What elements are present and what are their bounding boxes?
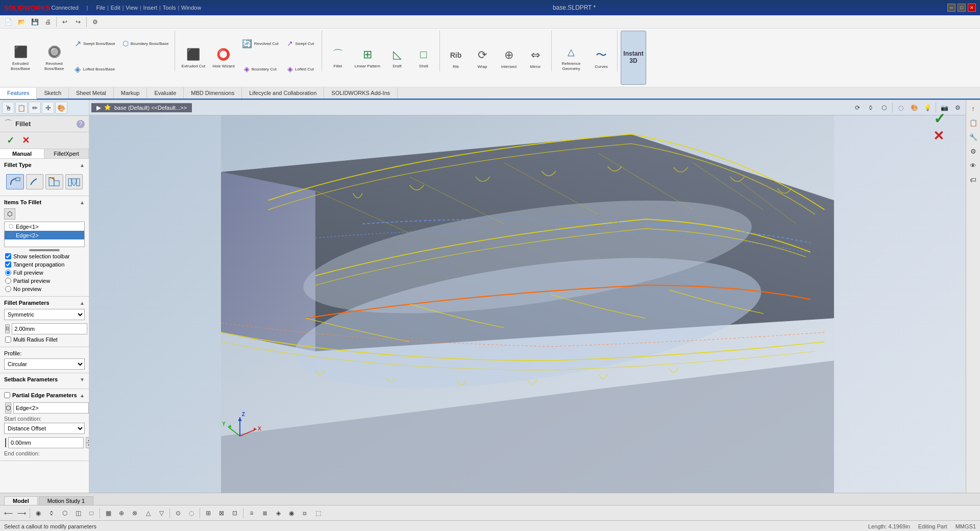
ri-display-icon[interactable]: 👁 <box>967 159 979 172</box>
view-appear-btn[interactable]: 🎨 <box>908 102 920 114</box>
view-hide-btn[interactable]: ◌ <box>895 102 907 114</box>
tab-evaluate[interactable]: Evaluate <box>147 87 184 99</box>
curves-btn[interactable]: 〜 Curves <box>589 31 614 85</box>
menu-window[interactable]: Window <box>181 5 201 11</box>
pm-icon-feature[interactable]: 📋 <box>15 102 28 114</box>
ri-config-icon[interactable]: ⚙ <box>967 145 979 157</box>
print-btn[interactable]: 🖨 <box>42 16 54 28</box>
ri-featureman-icon[interactable]: 📋 <box>967 116 979 129</box>
tab-mbd[interactable]: MBD Dimensions <box>184 87 242 99</box>
tab-sheet-metal[interactable]: Sheet Metal <box>69 87 114 99</box>
bt-sect3[interactable]: ⊡ <box>229 507 241 519</box>
ri-tag-icon[interactable]: 🏷 <box>967 174 979 186</box>
boundary-cut-btn[interactable]: ◈ Boundary Cut <box>239 56 282 82</box>
extruded-cut-btn[interactable]: ⬛ Extruded Cut <box>178 31 208 85</box>
fillet-type-constant[interactable] <box>6 174 24 189</box>
shell-btn[interactable]: □ Shell <box>411 31 436 85</box>
color-swatch[interactable] <box>5 438 6 447</box>
menu-view[interactable]: View <box>126 5 138 11</box>
tab-lifecycle[interactable]: Lifecycle and Collaboration <box>242 87 324 99</box>
hole-wizard-btn[interactable]: ⭕ Hole Wizard <box>209 31 238 85</box>
bt-view3[interactable]: ⬡ <box>59 507 71 519</box>
lofted-cut-btn[interactable]: ◈ Lofted Cut <box>283 56 318 82</box>
bt-misc3[interactable]: ◈ <box>272 507 284 519</box>
tab-sketch[interactable]: Sketch <box>37 87 69 99</box>
fillet-type-variable[interactable] <box>26 174 44 189</box>
menu-insert[interactable]: Insert <box>143 5 158 11</box>
fillet-type-face[interactable] <box>45 174 63 189</box>
options-btn[interactable]: ⚙ <box>89 16 101 28</box>
fillet-type-dropdown[interactable]: Symmetric Asymmetric <box>4 309 85 320</box>
bt-shade[interactable]: ⊕ <box>115 507 128 519</box>
bt-view2[interactable]: ⧲ <box>45 507 58 519</box>
undo-btn[interactable]: ↩ <box>59 16 71 28</box>
open-btn[interactable]: 📂 <box>15 16 28 28</box>
swept-cut-btn[interactable]: ↗ Swept Cut <box>283 31 318 56</box>
offset-up[interactable]: ▲ <box>86 437 89 443</box>
menu-edit[interactable]: Edit <box>111 5 120 11</box>
viewport-cancel[interactable]: ✕ <box>933 128 944 144</box>
view-orient-btn[interactable]: ⟳ <box>851 102 864 114</box>
ri-propman-icon[interactable]: 🔧 <box>967 131 979 143</box>
ri-arrow-icon[interactable]: ↑ <box>967 102 979 114</box>
fillet-type-full-round[interactable] <box>65 174 83 189</box>
ok-button[interactable]: ✓ <box>4 134 16 147</box>
viewport-accept[interactable]: ✓ <box>934 110 945 127</box>
pm-icon-cursor[interactable]: 🖱 <box>2 102 14 114</box>
save-btn[interactable]: 💾 <box>29 16 41 28</box>
partial-preview-radio[interactable] <box>5 278 11 284</box>
view-display-btn[interactable]: ⬡ <box>878 102 890 114</box>
pm-icon-sketch[interactable]: ✏ <box>29 102 41 114</box>
full-preview-radio[interactable] <box>5 270 11 276</box>
revolved-boss-base-btn[interactable]: 🔘 Revolved Boss/Base <box>38 31 70 85</box>
new-btn[interactable]: 📄 <box>2 16 14 28</box>
swept-boss-base-btn[interactable]: ↗ Swept Boss/Base <box>71 31 118 56</box>
viewport[interactable]: ▶ ⭐ base (Default) <<Default...>> ⟳ ⧲ ⬡ … <box>89 100 966 493</box>
help-icon[interactable]: ? <box>77 120 85 128</box>
no-preview-radio[interactable] <box>5 286 11 292</box>
bt-misc4[interactable]: ◉ <box>285 507 298 519</box>
tab-filletxpert[interactable]: FilletXpert <box>44 149 89 158</box>
wrap-btn[interactable]: ⟳ Wrap <box>470 31 495 85</box>
bt-misc6[interactable]: ⬚ <box>312 507 324 519</box>
bt-wire[interactable]: ▦ <box>102 507 114 519</box>
items-to-fillet-header[interactable]: Items To Fillet ▲ <box>4 199 85 205</box>
edge2-item[interactable]: ⬡ Edge<2> <box>5 231 84 239</box>
tangent-propagation-checkbox[interactable] <box>5 261 11 268</box>
bt-misc5[interactable]: ⧈ <box>299 507 311 519</box>
bt-shade3[interactable]: △ <box>142 507 154 519</box>
win-minimize[interactable]: ─ <box>947 4 955 12</box>
bt-sect1[interactable]: ⊞ <box>202 507 214 519</box>
partial-edge-header[interactable]: Partial Edge Parameters ▲ <box>4 392 85 398</box>
bt-sect2[interactable]: ⊠ <box>215 507 228 519</box>
tab-features[interactable]: Features <box>0 88 37 99</box>
edge-select-btn[interactable]: ⬡ <box>4 208 15 220</box>
offset-down[interactable]: ▼ <box>86 443 89 448</box>
view-scene-btn[interactable]: 💡 <box>921 102 934 114</box>
bt-misc1[interactable]: ≡ <box>246 507 258 519</box>
linear-pattern-btn[interactable]: ⊞ Linear Pattern <box>352 31 383 85</box>
bt-misc2[interactable]: ≣ <box>259 507 271 519</box>
bt-view4[interactable]: ◫ <box>72 507 84 519</box>
partial-edge-checkbox[interactable] <box>4 392 10 398</box>
bt-shade4[interactable]: ▽ <box>155 507 167 519</box>
mirror-btn[interactable]: ⇔ Mirror <box>523 31 548 85</box>
rib-btn[interactable]: Rib Rib <box>443 31 469 85</box>
profile-dropdown[interactable]: Circular Conic Curvature Continuous <box>4 358 85 370</box>
redo-btn[interactable]: ↪ <box>72 16 84 28</box>
cancel-button[interactable]: ✕ <box>19 134 32 147</box>
boundary-boss-base-btn[interactable]: ⬡ Boundary Boss/Base <box>119 31 172 56</box>
draft-btn[interactable]: ◺ Draft <box>384 31 410 85</box>
offset-input[interactable] <box>8 437 84 448</box>
fillet-type-header[interactable]: Fillet Type ▲ <box>4 162 85 168</box>
fillet-btn[interactable]: ⌒ Fillet <box>325 31 351 85</box>
bt-hide[interactable]: ⊙ <box>172 507 184 519</box>
tab-model[interactable]: Model <box>4 496 38 505</box>
extruded-boss-base-btn[interactable]: ⬛ Extruded Boss/Base <box>4 31 37 85</box>
view-section-btn[interactable]: ⧲ <box>865 102 877 114</box>
tab-markup[interactable]: Markup <box>114 87 148 99</box>
menu-file[interactable]: File <box>96 5 105 11</box>
bt-view1[interactable]: ◉ <box>32 507 44 519</box>
partial-edge-input[interactable] <box>13 402 89 414</box>
pm-icon-color[interactable]: 🎨 <box>55 102 67 114</box>
